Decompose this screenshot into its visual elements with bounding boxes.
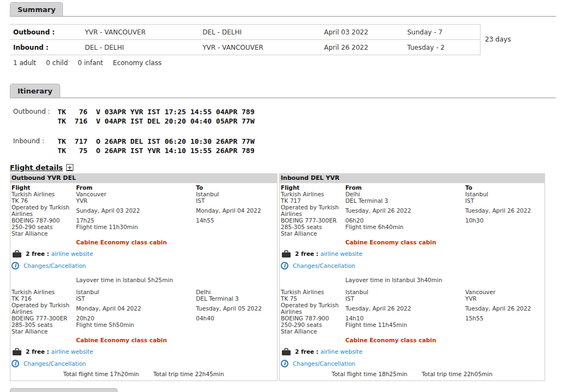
from-date: Tuesday, April 26 2022 [345, 204, 465, 217]
aircraft-type: BOEING 777-300ER [11, 315, 73, 321]
itinerary-inbound-lines: TK 717 O 26APR DEL IST 06:20 10:30 26APR… [57, 137, 254, 155]
itinerary-outbound: Outbound : TK 76 V 03APR YVR IST 17:25 1… [13, 107, 254, 126]
from-city: Istanbul [345, 289, 465, 295]
table-row: Outbound : YVR - VANCOUVER DEL - DELHI A… [10, 25, 480, 40]
outbound-day: Sunday - 7 [407, 25, 480, 40]
changes-cancellation-link[interactable]: Changes/Cancellation [24, 262, 86, 269]
bottom-partial-tab[interactable] [10, 388, 118, 392]
briefcase-icon [281, 250, 291, 258]
from-code: DEL Terminal 3 [345, 197, 465, 204]
tab-summary[interactable]: Summary [10, 2, 63, 16]
flight-number: TK 717 [281, 197, 343, 204]
cabin-class-label: Cabine Economy class cabin [76, 239, 277, 245]
col-header-from: From [345, 184, 465, 191]
departure-time: 20h20 [76, 315, 196, 321]
alliance: Star Alliance [11, 230, 73, 237]
to-code: YVR [465, 295, 545, 302]
airline-name: Turkish Airlines [281, 289, 343, 295]
to-date: Tuesday, April 05 2022 [196, 302, 277, 315]
tab-itinerary[interactable]: Itinerary [10, 84, 60, 97]
to-city: Istanbul [196, 191, 277, 197]
inbound-panel-header: Inbound DEL YVR [279, 173, 545, 183]
info-icon: i [11, 262, 19, 270]
trip-duration: 23 days [485, 36, 511, 43]
col-header-to: To [465, 184, 545, 191]
info-icon: i [11, 360, 19, 367]
info-icon: i [281, 262, 288, 270]
seat-count: 285-305 seats [281, 224, 343, 230]
to-code: IST [196, 197, 277, 204]
baggage-row: 2 free : airline website [11, 249, 277, 259]
inbound-totals: Total flight time 18h25min Total trip ti… [280, 371, 545, 377]
airline-name: Turkish Airlines [11, 191, 73, 197]
to-date: Tuesday, April 26 2022 [465, 302, 545, 315]
arrival-time: 04h40 [196, 315, 277, 321]
child-count: 0 child [46, 59, 68, 67]
aircraft-type: BOEING 777-300ER [281, 217, 343, 224]
to-code: DEL Terminal 3 [196, 295, 277, 302]
airline-website-link[interactable]: airline website [51, 348, 93, 355]
aircraft-type: BOEING 787-900 [281, 315, 343, 321]
expand-plus-icon[interactable]: + [66, 164, 73, 171]
outbound-panel-header: Outbound YVR DEL [10, 173, 277, 183]
flight-segment: Turkish Airlines TK 75 Operated by Turki… [281, 289, 545, 335]
flight-time: Flight time 6h40min [345, 224, 465, 230]
from-code: IST [76, 295, 196, 302]
airline-website-link[interactable]: airline website [320, 348, 362, 355]
col-header-from: From [76, 184, 196, 191]
to-date: Tuesday, April 26 2022 [465, 204, 545, 217]
infant-count: 0 infant [78, 59, 103, 67]
itinerary-block: Outbound : TK 76 V 03APR YVR IST 17:25 1… [13, 107, 254, 155]
departure-time: 06h20 [345, 217, 465, 224]
total-flight-time: Total flight time 18h25min [332, 371, 407, 377]
arrival-time: 14h55 [196, 217, 277, 224]
operated-by: Operated by Turkish Airlines [281, 204, 343, 217]
changes-cancellation-link[interactable]: Changes/Cancellation [24, 360, 86, 367]
layover-info: Layover time in Istanbul 3h40min [345, 277, 545, 283]
inbound-to: YVR - VANCOUVER [202, 40, 324, 55]
arrival-time: 15h55 [465, 315, 545, 321]
arrival-time: 10h30 [465, 217, 545, 224]
passenger-summary: 1 adult 0 child 0 infant Economy class [13, 59, 161, 67]
column-headers: Flight From To [281, 184, 545, 191]
baggage-allowance: 2 free : [26, 348, 51, 355]
from-date: Tuesday, April 26 2022 [345, 302, 465, 315]
operated-by: Operated by Turkish Airlines [11, 302, 73, 315]
inbound-panel-body: Flight From To Turkish Airlines TK 717 O… [280, 183, 545, 379]
from-code: YVR [76, 197, 196, 204]
to-city: Vancouver [465, 289, 545, 295]
inbound-day: Tuesday - 2 [407, 40, 480, 55]
total-trip-time: Total trip time 22h45min [153, 371, 224, 377]
departure-time: 17h25 [76, 217, 196, 224]
to-code: IST [465, 197, 545, 204]
airline-website-link[interactable]: airline website [51, 250, 93, 257]
seat-count: 250-290 seats [281, 321, 343, 328]
col-header-flight: Flight [281, 184, 345, 191]
inbound-details-panel: Inbound DEL YVR Flight From To Turkish A… [279, 173, 545, 381]
baggage-allowance: 2 free : [295, 250, 320, 257]
outbound-from: YVR - VANCOUVER [85, 25, 202, 40]
cabin-class-label: Cabine Economy class cabin [345, 337, 545, 343]
alliance: Star Alliance [281, 230, 343, 237]
cabin-class-label: Cabine Economy class cabin [345, 239, 545, 245]
baggage-row: 2 free : airline website [281, 347, 545, 356]
airline-website-link[interactable]: airline website [320, 250, 362, 257]
airline-name: Turkish Airlines [281, 191, 343, 197]
flight-time: Flight time 11h45min [345, 321, 465, 328]
seat-count: 250-290 seats [11, 224, 73, 230]
changes-cancellation-link[interactable]: Changes/Cancellation [293, 360, 355, 367]
from-date: Monday, April 04 2022 [76, 302, 196, 315]
operated-by: Operated by Turkish Airlines [11, 204, 73, 217]
inbound-date: April 26 2022 [324, 40, 407, 55]
flight-details-heading: Flight details + [10, 163, 73, 172]
changes-row: i Changes/Cancellation [281, 359, 545, 368]
to-city: Istanbul [465, 191, 545, 197]
changes-cancellation-link[interactable]: Changes/Cancellation [293, 262, 355, 269]
baggage-allowance: 2 free : [295, 348, 320, 355]
operated-by: Operated by Turkish Airlines [281, 302, 343, 315]
changes-row: i Changes/Cancellation [281, 261, 545, 270]
itinerary-inbound: Inbound : TK 717 O 26APR DEL IST 06:20 1… [13, 137, 254, 155]
col-header-to: To [196, 184, 277, 191]
summary-table-right-border [480, 24, 481, 55]
flight-time: Flight time 5h50min [76, 321, 196, 328]
